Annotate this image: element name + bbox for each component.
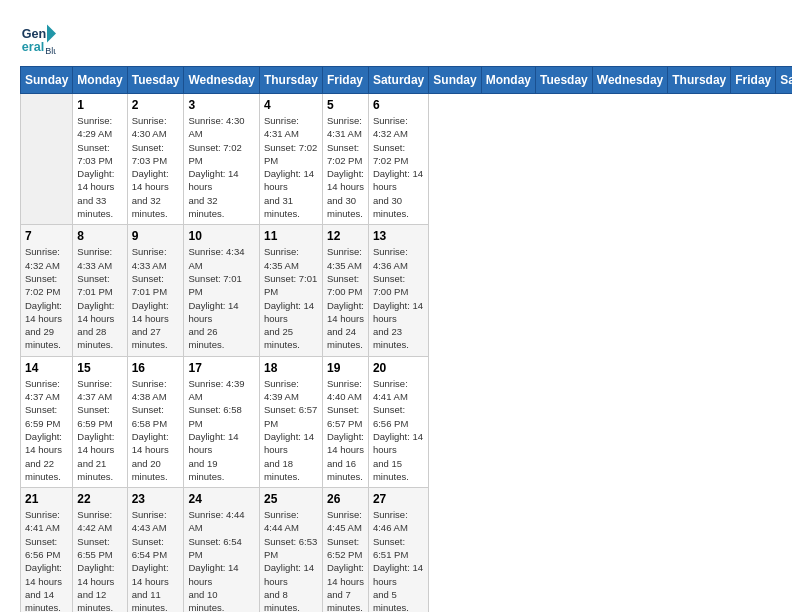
day-info: Sunrise: 4:44 AMSunset: 6:54 PMDaylight:… bbox=[188, 508, 254, 612]
logo-icon: Gen eral Blue bbox=[20, 20, 56, 56]
day-info: Sunrise: 4:35 AMSunset: 7:01 PMDaylight:… bbox=[264, 245, 318, 351]
calendar-cell: 13Sunrise: 4:36 AMSunset: 7:00 PMDayligh… bbox=[368, 225, 428, 356]
day-info: Sunrise: 4:31 AMSunset: 7:02 PMDaylight:… bbox=[264, 114, 318, 220]
logo: Gen eral Blue bbox=[20, 20, 62, 56]
col-header-tuesday: Tuesday bbox=[535, 67, 592, 94]
calendar-cell: 5Sunrise: 4:31 AMSunset: 7:02 PMDaylight… bbox=[322, 94, 368, 225]
day-number: 9 bbox=[132, 229, 180, 243]
day-info: Sunrise: 4:42 AMSunset: 6:55 PMDaylight:… bbox=[77, 508, 122, 612]
day-number: 27 bbox=[373, 492, 424, 506]
day-info: Sunrise: 4:44 AMSunset: 6:53 PMDaylight:… bbox=[264, 508, 318, 612]
day-info: Sunrise: 4:39 AMSunset: 6:58 PMDaylight:… bbox=[188, 377, 254, 483]
day-info: Sunrise: 4:33 AMSunset: 7:01 PMDaylight:… bbox=[132, 245, 180, 351]
calendar-cell: 3Sunrise: 4:30 AMSunset: 7:02 PMDaylight… bbox=[184, 94, 259, 225]
header-monday: Monday bbox=[73, 67, 127, 94]
calendar-cell: 6Sunrise: 4:32 AMSunset: 7:02 PMDaylight… bbox=[368, 94, 428, 225]
header-tuesday: Tuesday bbox=[127, 67, 184, 94]
day-number: 20 bbox=[373, 361, 424, 375]
day-info: Sunrise: 4:30 AMSunset: 7:02 PMDaylight:… bbox=[188, 114, 254, 220]
calendar-cell: 27Sunrise: 4:46 AMSunset: 6:51 PMDayligh… bbox=[368, 488, 428, 612]
calendar-cell: 10Sunrise: 4:34 AMSunset: 7:01 PMDayligh… bbox=[184, 225, 259, 356]
calendar-cell: 1Sunrise: 4:29 AMSunset: 7:03 PMDaylight… bbox=[73, 94, 127, 225]
day-number: 17 bbox=[188, 361, 254, 375]
week-row-3: 14Sunrise: 4:37 AMSunset: 6:59 PMDayligh… bbox=[21, 356, 793, 487]
calendar-table: SundayMondayTuesdayWednesdayThursdayFrid… bbox=[20, 66, 792, 612]
day-info: Sunrise: 4:33 AMSunset: 7:01 PMDaylight:… bbox=[77, 245, 122, 351]
day-number: 16 bbox=[132, 361, 180, 375]
week-row-4: 21Sunrise: 4:41 AMSunset: 6:56 PMDayligh… bbox=[21, 488, 793, 612]
day-number: 6 bbox=[373, 98, 424, 112]
day-info: Sunrise: 4:37 AMSunset: 6:59 PMDaylight:… bbox=[77, 377, 122, 483]
calendar-cell: 9Sunrise: 4:33 AMSunset: 7:01 PMDaylight… bbox=[127, 225, 184, 356]
day-number: 8 bbox=[77, 229, 122, 243]
day-number: 19 bbox=[327, 361, 364, 375]
header-sunday: Sunday bbox=[21, 67, 73, 94]
day-info: Sunrise: 4:45 AMSunset: 6:52 PMDaylight:… bbox=[327, 508, 364, 612]
day-number: 11 bbox=[264, 229, 318, 243]
day-number: 1 bbox=[77, 98, 122, 112]
week-row-2: 7Sunrise: 4:32 AMSunset: 7:02 PMDaylight… bbox=[21, 225, 793, 356]
week-row-1: 1Sunrise: 4:29 AMSunset: 7:03 PMDaylight… bbox=[21, 94, 793, 225]
calendar-cell: 8Sunrise: 4:33 AMSunset: 7:01 PMDaylight… bbox=[73, 225, 127, 356]
calendar-cell: 4Sunrise: 4:31 AMSunset: 7:02 PMDaylight… bbox=[259, 94, 322, 225]
day-number: 10 bbox=[188, 229, 254, 243]
calendar-cell: 18Sunrise: 4:39 AMSunset: 6:57 PMDayligh… bbox=[259, 356, 322, 487]
day-number: 5 bbox=[327, 98, 364, 112]
header-thursday: Thursday bbox=[259, 67, 322, 94]
calendar-cell: 14Sunrise: 4:37 AMSunset: 6:59 PMDayligh… bbox=[21, 356, 73, 487]
day-number: 26 bbox=[327, 492, 364, 506]
calendar-cell: 25Sunrise: 4:44 AMSunset: 6:53 PMDayligh… bbox=[259, 488, 322, 612]
day-number: 14 bbox=[25, 361, 68, 375]
day-info: Sunrise: 4:43 AMSunset: 6:54 PMDaylight:… bbox=[132, 508, 180, 612]
calendar-header-row: SundayMondayTuesdayWednesdayThursdayFrid… bbox=[21, 67, 793, 94]
day-info: Sunrise: 4:38 AMSunset: 6:58 PMDaylight:… bbox=[132, 377, 180, 483]
calendar-cell: 11Sunrise: 4:35 AMSunset: 7:01 PMDayligh… bbox=[259, 225, 322, 356]
day-info: Sunrise: 4:30 AMSunset: 7:03 PMDaylight:… bbox=[132, 114, 180, 220]
day-info: Sunrise: 4:46 AMSunset: 6:51 PMDaylight:… bbox=[373, 508, 424, 612]
header-wednesday: Wednesday bbox=[184, 67, 259, 94]
col-header-thursday: Thursday bbox=[668, 67, 731, 94]
day-number: 4 bbox=[264, 98, 318, 112]
day-number: 23 bbox=[132, 492, 180, 506]
calendar-cell: 7Sunrise: 4:32 AMSunset: 7:02 PMDaylight… bbox=[21, 225, 73, 356]
day-number: 13 bbox=[373, 229, 424, 243]
calendar-cell: 26Sunrise: 4:45 AMSunset: 6:52 PMDayligh… bbox=[322, 488, 368, 612]
day-number: 12 bbox=[327, 229, 364, 243]
calendar-cell: 15Sunrise: 4:37 AMSunset: 6:59 PMDayligh… bbox=[73, 356, 127, 487]
header-saturday: Saturday bbox=[368, 67, 428, 94]
day-number: 21 bbox=[25, 492, 68, 506]
col-header-friday: Friday bbox=[731, 67, 776, 94]
calendar-cell: 20Sunrise: 4:41 AMSunset: 6:56 PMDayligh… bbox=[368, 356, 428, 487]
calendar-cell: 16Sunrise: 4:38 AMSunset: 6:58 PMDayligh… bbox=[127, 356, 184, 487]
header: Gen eral Blue bbox=[20, 20, 772, 56]
calendar-cell: 21Sunrise: 4:41 AMSunset: 6:56 PMDayligh… bbox=[21, 488, 73, 612]
calendar-cell: 2Sunrise: 4:30 AMSunset: 7:03 PMDaylight… bbox=[127, 94, 184, 225]
day-info: Sunrise: 4:40 AMSunset: 6:57 PMDaylight:… bbox=[327, 377, 364, 483]
calendar-cell bbox=[21, 94, 73, 225]
svg-marker-2 bbox=[47, 25, 56, 43]
day-info: Sunrise: 4:31 AMSunset: 7:02 PMDaylight:… bbox=[327, 114, 364, 220]
day-info: Sunrise: 4:37 AMSunset: 6:59 PMDaylight:… bbox=[25, 377, 68, 483]
day-number: 7 bbox=[25, 229, 68, 243]
calendar-cell: 23Sunrise: 4:43 AMSunset: 6:54 PMDayligh… bbox=[127, 488, 184, 612]
day-number: 2 bbox=[132, 98, 180, 112]
day-number: 24 bbox=[188, 492, 254, 506]
calendar-cell: 19Sunrise: 4:40 AMSunset: 6:57 PMDayligh… bbox=[322, 356, 368, 487]
day-info: Sunrise: 4:32 AMSunset: 7:02 PMDaylight:… bbox=[373, 114, 424, 220]
day-info: Sunrise: 4:34 AMSunset: 7:01 PMDaylight:… bbox=[188, 245, 254, 351]
day-info: Sunrise: 4:32 AMSunset: 7:02 PMDaylight:… bbox=[25, 245, 68, 351]
day-number: 25 bbox=[264, 492, 318, 506]
calendar-cell: 12Sunrise: 4:35 AMSunset: 7:00 PMDayligh… bbox=[322, 225, 368, 356]
calendar-cell: 17Sunrise: 4:39 AMSunset: 6:58 PMDayligh… bbox=[184, 356, 259, 487]
calendar-cell: 22Sunrise: 4:42 AMSunset: 6:55 PMDayligh… bbox=[73, 488, 127, 612]
col-header-wednesday: Wednesday bbox=[592, 67, 667, 94]
col-header-saturday: Saturday bbox=[776, 67, 792, 94]
day-number: 15 bbox=[77, 361, 122, 375]
svg-text:Blue: Blue bbox=[45, 46, 56, 56]
day-info: Sunrise: 4:41 AMSunset: 6:56 PMDaylight:… bbox=[25, 508, 68, 612]
day-info: Sunrise: 4:36 AMSunset: 7:00 PMDaylight:… bbox=[373, 245, 424, 351]
header-friday: Friday bbox=[322, 67, 368, 94]
svg-text:eral: eral bbox=[22, 40, 44, 54]
day-info: Sunrise: 4:35 AMSunset: 7:00 PMDaylight:… bbox=[327, 245, 364, 351]
day-info: Sunrise: 4:41 AMSunset: 6:56 PMDaylight:… bbox=[373, 377, 424, 483]
